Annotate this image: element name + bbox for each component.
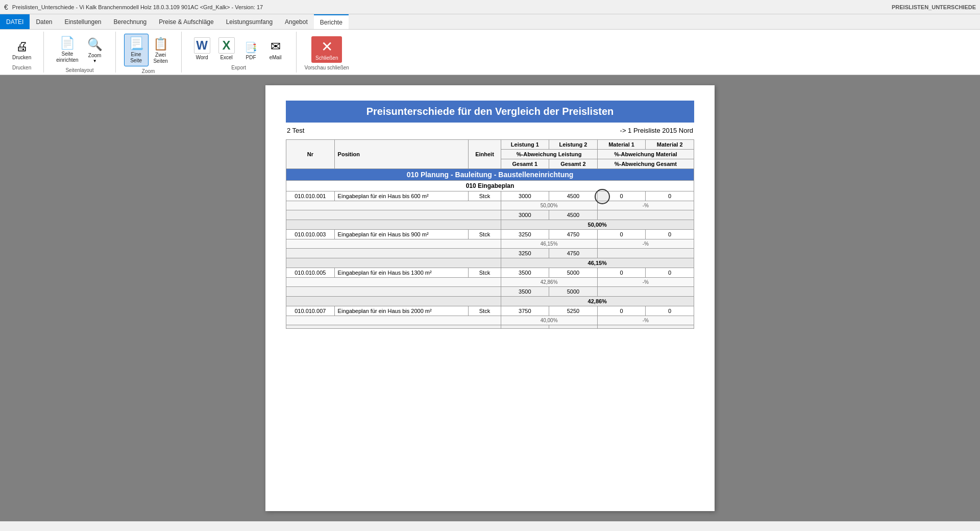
row-position: Eingabeplan für ein Haus bis 2000 m² xyxy=(334,306,469,316)
subtitle-right: 1 Preisliste 2015 Nord xyxy=(628,127,693,134)
zwei-seiten-button[interactable]: 📋 Zwei Seiten xyxy=(149,35,173,66)
seitenlayout-group-label: Seitenlayout xyxy=(65,67,93,73)
row-position: Eingabeplan für ein Haus bis 1300 m² xyxy=(334,268,469,278)
excel-label: Excel xyxy=(220,55,232,61)
main-content: Preisunterschiede für den Vergleich der … xyxy=(0,75,980,521)
drucken-label: Drucken xyxy=(12,55,31,61)
schliessen-label: Schließen xyxy=(315,55,338,61)
app-icon: € xyxy=(4,3,8,11)
subtitle-left: 2 Test xyxy=(287,127,304,134)
schliessen-button[interactable]: ✕ Schließen xyxy=(311,36,342,63)
email-button[interactable]: ✉ eMail xyxy=(263,37,288,63)
table-row-sum xyxy=(286,325,694,329)
table-row-total: 46,15% xyxy=(286,258,694,268)
zoom-icon: 🔍 xyxy=(87,37,103,52)
sum1: 3250 xyxy=(501,249,549,258)
row-m1: 0 xyxy=(597,191,646,201)
zoom-button[interactable]: 🔍 Zoom ▼ xyxy=(83,35,107,65)
excel-button[interactable]: X Excel xyxy=(214,35,239,63)
row-einheit: Stck xyxy=(469,306,501,316)
menu-angebot[interactable]: Angebot xyxy=(279,14,314,29)
zoom-label: Zoom xyxy=(88,53,102,59)
subsection-header-row: 010 Eingabeplan xyxy=(286,181,694,191)
sum2 xyxy=(549,325,598,329)
row-einheit: Stck xyxy=(469,268,501,278)
row-l1: 3000 xyxy=(501,191,549,201)
document: Preisunterschiede für den Vergleich der … xyxy=(265,85,715,511)
row-nr: 010.010.001 xyxy=(286,191,335,201)
row-m1: 0 xyxy=(597,306,646,316)
menu-daten[interactable]: Daten xyxy=(30,14,58,29)
col-abw-leistung: %-Abweichung Leistung xyxy=(501,150,597,159)
table-row-total: 42,86% xyxy=(286,297,694,306)
pct-leistung: 40,00% xyxy=(501,316,597,325)
table-row: 010.010.005 Eingabeplan für ein Haus bis… xyxy=(286,268,694,278)
word-label: Word xyxy=(196,55,208,61)
word-button[interactable]: W Word xyxy=(190,35,214,63)
row-l1: 3500 xyxy=(501,268,549,278)
menu-datei[interactable]: DATEI xyxy=(0,14,30,29)
menu-berichte[interactable]: Berichte xyxy=(314,14,349,29)
menu-berechnung[interactable]: Berechnung xyxy=(108,14,153,29)
menu-einstellungen[interactable]: Einstellungen xyxy=(58,14,107,29)
table-row-sum: 3250 4750 xyxy=(286,249,694,258)
zoom-group-label: Zoom xyxy=(142,68,155,74)
pct-leistung: 46,15% xyxy=(501,239,597,249)
row-m1: 0 xyxy=(597,268,646,278)
section-title: 010 Planung - Bauleitung - Baustellenein… xyxy=(286,169,694,181)
table-row: 010.010.007 Eingabeplan für ein Haus bis… xyxy=(286,306,694,316)
col-abw-gesamt: %-Abweichung Gesamt xyxy=(597,159,694,169)
row-l1: 3250 xyxy=(501,230,549,239)
word-icon: W xyxy=(194,37,210,54)
eine-seite-label: Eine Seite xyxy=(130,52,142,64)
menu-preise[interactable]: Preise & Aufschläge xyxy=(153,14,219,29)
ribbon-group-zoom: 📃 Eine Seite 📋 Zwei Seiten Zoom xyxy=(116,32,182,73)
email-icon: ✉ xyxy=(271,39,281,54)
pct-gesamt: 46,15% xyxy=(501,258,694,268)
menu-leistungsumfang[interactable]: Leistungsumfang xyxy=(220,14,279,29)
pct-material: -% xyxy=(597,239,694,249)
sum2: 4750 xyxy=(549,249,598,258)
sum2: 4500 xyxy=(549,210,598,220)
doc-title: Preisunterschiede für den Vergleich der … xyxy=(286,101,694,123)
ribbon-group-export: W Word X Excel 📑 PDF ✉ eMail Export xyxy=(182,32,297,73)
zwei-seiten-label: Zwei Seiten xyxy=(153,52,167,64)
one-page-icon: 📃 xyxy=(129,36,144,51)
ribbon-group-vorschau: ✕ Schließen Vorschau schließen xyxy=(297,32,357,73)
row-nr: 010.010.007 xyxy=(286,306,335,316)
seite-einrichten-label: Seite einrichten xyxy=(56,51,78,63)
row-l2: 4500 xyxy=(549,191,598,201)
pdf-button[interactable]: 📑 PDF xyxy=(239,39,263,63)
table-row-pct: 40,00% -% xyxy=(286,316,694,325)
pct-gesamt: 50,00% xyxy=(501,220,694,230)
col-abw-material: %-Abweichung Material xyxy=(597,150,694,159)
table-row-sum: 3000 4500 xyxy=(286,210,694,220)
col-header-l1: Leistung 1 xyxy=(501,140,549,150)
printer-icon: 🖨 xyxy=(16,39,28,54)
col-header-einheit: Einheit xyxy=(469,140,501,169)
col-header-m1: Material 1 xyxy=(597,140,646,150)
row-nr: 010.010.003 xyxy=(286,230,335,239)
col-header-l2: Leistung 2 xyxy=(549,140,598,150)
seite-einrichten-button[interactable]: 📄 Seite einrichten xyxy=(52,34,82,65)
row-m1: 0 xyxy=(597,230,646,239)
sum1 xyxy=(501,325,549,329)
drucken-button[interactable]: 🖨 Drucken xyxy=(8,37,35,63)
pct-material: -% xyxy=(597,278,694,287)
col-header-pos: Position xyxy=(334,140,469,169)
eine-seite-button[interactable]: 📃 Eine Seite xyxy=(124,34,149,66)
sum1: 3000 xyxy=(501,210,549,220)
pdf-label: PDF xyxy=(246,55,256,61)
price-table: Nr Position Einheit Leistung 1 Leistung … xyxy=(286,139,694,329)
table-row-pct: 50,00% -% xyxy=(286,201,694,210)
pdf-icon: 📑 xyxy=(244,41,257,54)
row-position: Eingabeplan für ein Haus bis 600 m² xyxy=(334,191,469,201)
table-row: 010.010.003 Eingabeplan für ein Haus bis… xyxy=(286,230,694,239)
table-row: 010.010.001 Eingabeplan für ein Haus bis… xyxy=(286,191,694,201)
subsection-title: 010 Eingabeplan xyxy=(286,181,694,191)
section-header-row: 010 Planung - Bauleitung - Baustellenein… xyxy=(286,169,694,181)
right-label: PREISLISTEN_UNTERSCHIEDE xyxy=(892,4,976,10)
row-m2: 0 xyxy=(646,230,694,239)
table-header-row: Nr Position Einheit Leistung 1 Leistung … xyxy=(286,140,694,150)
col-header-nr: Nr xyxy=(286,140,335,169)
